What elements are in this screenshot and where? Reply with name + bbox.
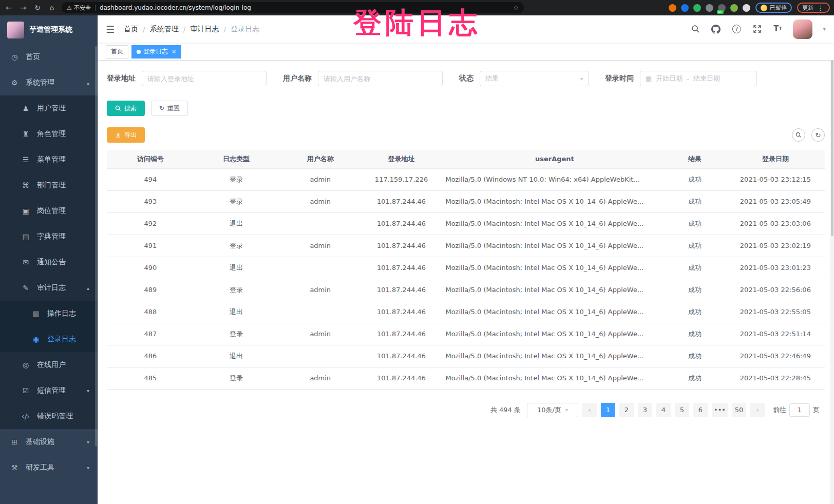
extension-plant-icon[interactable] — [730, 4, 738, 12]
forward-icon[interactable]: → — [18, 4, 28, 12]
refresh-table-button[interactable]: ↻ — [811, 128, 825, 142]
post-icon: ▣ — [22, 207, 30, 215]
extension-list-icon[interactable]: on — [718, 4, 726, 12]
github-icon[interactable] — [711, 24, 721, 34]
table-cell — [278, 257, 363, 279]
sidebar-item-label: 岗位管理 — [37, 206, 98, 216]
fullscreen-icon[interactable] — [752, 24, 762, 34]
next-page-button[interactable]: › — [750, 403, 765, 417]
page-button-2[interactable]: 2 — [619, 403, 634, 417]
error-code-icon: ‹/› — [22, 412, 30, 420]
extension-green-heart-icon[interactable] — [693, 4, 701, 12]
sidebar-item-字典管理[interactable]: ▤字典管理 — [0, 224, 98, 249]
sidebar-item-研发工具[interactable]: ⚒研发工具▾ — [0, 455, 98, 480]
sidebar-item-label: 系统管理 — [26, 78, 80, 87]
update-button[interactable]: 更新 ⋮ — [797, 3, 830, 13]
prev-page-button[interactable]: ‹ — [582, 403, 597, 417]
sidebar: 芋道管理系统 ◷首页⚙系统管理▴♟用户管理♜角色管理☰菜单管理⌘部门管理▣岗位管… — [0, 15, 98, 504]
date-separator: - — [687, 75, 689, 83]
sidebar-item-操作日志[interactable]: ▥操作日志 — [0, 301, 98, 326]
search-button[interactable]: 搜索 — [107, 101, 145, 116]
table-cell: admin — [278, 190, 363, 212]
table-cell — [278, 345, 363, 367]
bookmark-star-icon[interactable]: ☆ — [513, 4, 519, 11]
tag-首页[interactable]: 首页 — [106, 45, 128, 59]
page-size-select[interactable]: 10条/页 ▾ — [527, 403, 578, 417]
tag-登录日志[interactable]: 登录日志× — [131, 45, 181, 59]
tag-close-icon[interactable]: × — [172, 48, 176, 55]
page-size-label: 10条/页 — [537, 405, 561, 415]
sidebar-item-通知公告[interactable]: ✉通知公告 — [0, 249, 98, 275]
sidebar-item-审计日志[interactable]: ✎审计日志▴ — [0, 275, 98, 301]
username-input[interactable] — [318, 71, 443, 86]
sidebar-item-系统管理[interactable]: ⚙系统管理▴ — [0, 70, 98, 95]
reload-icon[interactable]: ↻ — [33, 4, 42, 12]
sidebar-item-用户管理[interactable]: ♟用户管理 — [0, 95, 98, 121]
sidebar-item-部门管理[interactable]: ⌘部门管理 — [0, 172, 98, 198]
sidebar-item-错误码管理[interactable]: ‹/›错误码管理 — [0, 403, 98, 429]
breadcrumb-item[interactable]: 系统管理 — [150, 25, 179, 34]
sidebar-item-菜单管理[interactable]: ☰菜单管理 — [0, 147, 98, 172]
table-cell: 101.87.244.46 — [363, 323, 441, 345]
extension-grid-icon[interactable] — [706, 4, 713, 12]
login-address-input[interactable] — [142, 71, 267, 86]
sidebar-item-label: 短信管理 — [37, 386, 80, 395]
sidebar-item-首页[interactable]: ◷首页 — [0, 44, 98, 70]
sidebar-scrollbar[interactable] — [95, 46, 97, 447]
export-button[interactable]: 导出 — [107, 127, 145, 143]
sidebar-item-登录日志[interactable]: ◉登录日志 — [0, 326, 98, 352]
sidebar-item-label: 字典管理 — [37, 232, 98, 241]
reset-button[interactable]: ↻ 重置 — [151, 101, 188, 116]
back-icon[interactable]: ← — [4, 4, 13, 12]
search-label: 搜索 — [124, 104, 137, 113]
breadcrumb-item[interactable]: 首页 — [124, 25, 138, 34]
sidebar-item-label: 用户管理 — [37, 104, 98, 113]
end-date-placeholder: 结束日期 — [693, 74, 720, 83]
sidebar-item-在线用户[interactable]: ◎在线用户 — [0, 352, 98, 378]
chevron-up-icon: ▴ — [87, 80, 89, 86]
reset-label: 重置 — [167, 104, 180, 113]
user-avatar[interactable] — [793, 20, 812, 39]
toggle-search-button[interactable] — [792, 128, 805, 142]
page-button-3[interactable]: 3 — [638, 403, 652, 417]
table-cell: 117.159.17.226 — [363, 168, 441, 190]
extension-puzzle-icon[interactable] — [743, 4, 750, 12]
hamburger-icon[interactable]: ☰ — [106, 24, 115, 35]
page-button-4[interactable]: 4 — [656, 403, 671, 417]
table-cell: 486 — [107, 345, 194, 367]
goto-page-input[interactable] — [789, 403, 810, 417]
extension-orange-icon[interactable] — [669, 4, 676, 12]
table-cell: admin — [278, 367, 363, 389]
table-row: 488退出101.87.244.46Mozilla/5.0 (Macintosh… — [107, 301, 825, 323]
table-cell: 成功 — [664, 235, 726, 257]
avatar-caret-icon[interactable]: ▾ — [823, 26, 826, 32]
tags-bar: 首页登录日志× — [98, 43, 834, 61]
page-button-6[interactable]: 6 — [693, 403, 708, 417]
security-warning[interactable]: ⚠不安全 — [67, 4, 91, 12]
page-button-50[interactable]: 50 — [732, 403, 746, 417]
extension-gem-icon[interactable] — [681, 4, 689, 12]
table-header-用户名称: 用户名称 — [278, 150, 363, 168]
sidebar-item-基础设施[interactable]: ⊞基础设施▾ — [0, 429, 98, 455]
help-icon[interactable]: ? — [731, 24, 742, 34]
status-select[interactable]: 结果 ▾ — [480, 71, 589, 86]
sidebar-item-短信管理[interactable]: ☑短信管理▾ — [0, 378, 98, 403]
page-button-1[interactable]: 1 — [601, 403, 615, 417]
table-cell: 登录 — [194, 235, 278, 257]
home-icon[interactable]: ⌂ — [47, 4, 56, 12]
table-cell: 489 — [107, 279, 194, 301]
page-scrollbar[interactable] — [830, 15, 834, 504]
browser-menu-icon[interactable]: ⋮ — [816, 4, 825, 12]
page-button-5[interactable]: 5 — [675, 403, 689, 417]
table-cell: 成功 — [664, 168, 726, 190]
font-size-icon[interactable]: TT — [772, 24, 783, 34]
table-cell: 491 — [107, 235, 194, 257]
date-range-picker[interactable]: ▦ 开始日期 - 结束日期 — [640, 71, 757, 86]
table-cell: 成功 — [664, 301, 726, 323]
sidebar-item-岗位管理[interactable]: ▣岗位管理 — [0, 198, 98, 224]
search-icon[interactable] — [690, 24, 700, 34]
sidebar-item-角色管理[interactable]: ♜角色管理 — [0, 121, 98, 147]
logo-row[interactable]: 芋道管理系统 — [0, 15, 98, 44]
profile-paused-pill[interactable]: 已暂停 — [755, 3, 792, 13]
breadcrumb-item[interactable]: 审计日志 — [190, 25, 219, 34]
